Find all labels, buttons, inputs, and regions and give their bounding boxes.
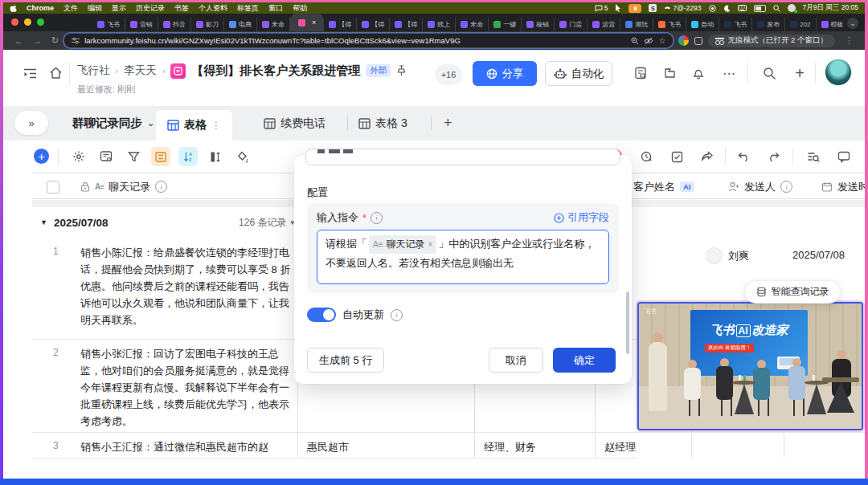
share-button[interactable]: 分享 (473, 61, 537, 86)
cancel-button[interactable]: 取消 (489, 348, 543, 373)
header-sender[interactable]: 发送人 i (728, 173, 792, 200)
menu-item[interactable]: 编辑 (88, 3, 102, 14)
zoom-page-icon[interactable] (631, 37, 639, 45)
cell-send-time[interactable]: 2025/07/08 (792, 249, 845, 261)
menu-item[interactable]: 个人资料 (199, 3, 227, 14)
tab-grid-view-3[interactable]: 表格 3 (358, 106, 407, 141)
comment-icon[interactable] (834, 147, 854, 166)
redo-icon[interactable] (764, 147, 783, 166)
password-eye-off-icon[interactable] (644, 37, 653, 45)
browser-tab[interactable]: 抖音 × (158, 18, 191, 31)
back-icon[interactable]: ← (10, 36, 28, 46)
url-text[interactable]: larkcommunity.feishu.cn/wiki/GNZXwyIEsi0… (84, 36, 626, 45)
browser-tab[interactable]: 未命 × (456, 18, 489, 31)
browser-tab[interactable]: 飞书 × (92, 18, 125, 31)
group-icon[interactable] (151, 147, 170, 166)
user-switch-icon[interactable] (788, 4, 796, 12)
fill-color-icon[interactable] (233, 147, 252, 166)
breadcrumb-space[interactable]: 飞行社 (77, 63, 110, 78)
tab-overflow-chevron-icon[interactable]: ⌄ (847, 18, 858, 29)
address-bar[interactable]: larkcommunity.feishu.cn/wiki/GNZXwyIEsi0… (63, 33, 674, 48)
menu-item[interactable]: 显示 (112, 3, 126, 14)
filter-icon[interactable] (124, 147, 143, 166)
expand-views-button[interactable]: » (14, 111, 48, 135)
sidebar-toggle-icon[interactable] (21, 64, 39, 82)
browser-tab[interactable]: 线上 × (423, 18, 456, 31)
keyboard-icon[interactable] (738, 5, 747, 11)
bookmark-star-icon[interactable]: ☆ (658, 36, 665, 45)
row-height-icon[interactable] (206, 147, 225, 166)
tab-close-icon[interactable]: × (312, 18, 316, 26)
browser-tab[interactable]: 一键 × (489, 18, 522, 31)
menu-item[interactable]: 文件 (63, 3, 78, 14)
browser-tab[interactable]: × (290, 14, 324, 31)
search-icon[interactable] (760, 64, 778, 82)
instruction-textarea[interactable]: 请根据「A≡聊天记录×」中的识别客户企业或行业名称，不要返回人名。若没有相关信息… (317, 230, 609, 284)
menu-item[interactable]: 历史记录 (136, 3, 165, 14)
browser-tab[interactable]: 发布 × (752, 18, 785, 31)
settings-gear-icon[interactable] (69, 147, 88, 166)
tab-grid-view-active[interactable]: 表格 ⋮ (156, 110, 232, 141)
chrome-menu-icon[interactable]: ⋮ (840, 35, 858, 46)
browser-tab[interactable]: 飞书 × (653, 18, 686, 31)
browser-tab[interactable]: 202 × (785, 18, 816, 31)
cell-chat-record[interactable]: 销售小张汇报：回访了宏图电子科技的王总监，他对咱们的会员服务挺满意的，就是觉得今… (80, 345, 294, 430)
window-close-button[interactable] (11, 18, 18, 26)
find-in-table-icon[interactable] (804, 147, 823, 166)
apple-logo-icon[interactable] (10, 4, 17, 13)
add-record-button[interactable]: + (34, 149, 49, 164)
header-chat-record[interactable]: A≡ 聊天记录 i (47, 173, 167, 200)
window-zoom-button[interactable] (37, 18, 44, 26)
menu-item[interactable]: 帮助 (293, 3, 307, 14)
smart-query-button[interactable]: 智能查询记录 (744, 280, 841, 304)
task-checkbox-icon[interactable] (667, 147, 686, 166)
cell-company[interactable]: 惠民超市 (307, 440, 349, 454)
breadcrumb-folder[interactable]: 李天天 (124, 63, 157, 78)
add-view-button[interactable]: + (444, 106, 452, 141)
home-icon[interactable] (47, 64, 64, 82)
collapse-group-icon[interactable]: ▼ (40, 218, 47, 226)
browser-tab[interactable]: 模板 × (817, 18, 847, 31)
browser-tab[interactable]: 核销 × (522, 18, 555, 31)
field-token[interactable]: A≡聊天记录× (369, 235, 436, 254)
forward-icon[interactable]: → (28, 36, 47, 46)
menu-app-name[interactable]: Chrome (27, 4, 54, 12)
tab-grid-view-2[interactable]: 续费电话 (264, 106, 326, 141)
tab-more-icon[interactable]: ⋮ (211, 120, 221, 131)
microphone-icon[interactable] (628, 4, 641, 13)
reload-icon[interactable]: ↻ (47, 35, 63, 46)
undo-icon[interactable] (735, 147, 754, 166)
menu-item[interactable]: 书签 (174, 3, 189, 14)
browser-tab[interactable]: 营销 × (125, 18, 158, 31)
chat-badge-icon[interactable]: 5 (595, 4, 608, 12)
video-overlay[interactable]: 飞书 飞书AI改造家 真的AI 谁都能用！ (637, 302, 863, 430)
reference-field-link[interactable]: 引用字段 (554, 210, 609, 225)
pin-icon[interactable] (396, 65, 407, 76)
browser-tab[interactable]: 影刀 × (191, 18, 224, 31)
field-config-icon[interactable] (96, 147, 116, 166)
browser-tab[interactable]: 【得 × (357, 18, 390, 31)
browser-tab[interactable]: 【得 × (324, 18, 357, 31)
browser-tab[interactable]: 潮玩 × (620, 18, 653, 31)
record-file-icon[interactable] (632, 64, 649, 82)
window-minimize-button[interactable] (24, 18, 31, 26)
new-tab-plus-icon[interactable]: + (791, 64, 809, 82)
browser-tab[interactable]: 运营 × (588, 18, 620, 31)
remove-token-icon[interactable]: × (428, 235, 433, 254)
header-send-time[interactable]: 发送时间 (821, 173, 868, 200)
extensions-icon[interactable] (694, 36, 703, 46)
site-settings-icon[interactable] (72, 37, 80, 44)
browser-tab[interactable]: 【得 × (390, 18, 423, 31)
browser-tab[interactable]: 飞书 × (719, 18, 752, 31)
menu-datetime[interactable]: 7月9日 周三 20:05 (803, 3, 858, 13)
generate-first-rows-button[interactable]: 生成前 5 行 (307, 348, 384, 373)
dialog-scrollbar[interactable] (626, 291, 629, 354)
menu-item[interactable]: 窗口 (268, 3, 283, 14)
browser-tab[interactable]: 电商 × (224, 18, 257, 31)
select-all-checkbox[interactable] (47, 181, 59, 194)
confirm-button[interactable]: 确定 (553, 348, 616, 373)
phone-status[interactable]: 7@-2293 (664, 4, 701, 12)
s-app-icon[interactable]: S (649, 4, 657, 12)
history-icon[interactable] (637, 147, 656, 166)
view-switcher[interactable]: 群聊记录同步 ⌄ (72, 106, 154, 141)
